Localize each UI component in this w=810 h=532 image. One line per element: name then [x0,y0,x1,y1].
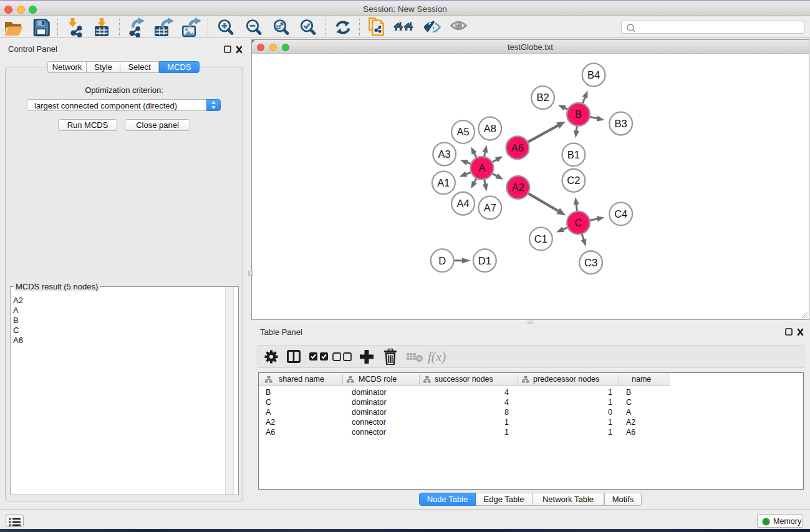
svg-text:A7: A7 [484,202,496,213]
svg-text:A4: A4 [457,198,470,209]
svg-text:C: C [575,217,582,228]
svg-text:A1: A1 [437,177,450,188]
svg-text:A8: A8 [484,123,496,134]
svg-text:C1: C1 [534,233,547,244]
svg-text:C3: C3 [584,257,597,268]
svg-text:A6: A6 [511,142,524,153]
svg-text:B2: B2 [536,92,549,103]
svg-text:A: A [478,162,485,173]
svg-text:B1: B1 [567,149,580,160]
svg-text:B3: B3 [615,118,627,129]
svg-text:A3: A3 [438,148,451,160]
svg-text:B4: B4 [587,69,600,80]
svg-text:B: B [575,109,582,120]
svg-text:D1: D1 [478,255,491,266]
svg-text:A2: A2 [512,181,524,193]
svg-text:A5: A5 [457,126,470,137]
svg-text:C4: C4 [614,208,627,220]
svg-text:C2: C2 [567,175,580,186]
svg-text:D: D [438,255,446,266]
